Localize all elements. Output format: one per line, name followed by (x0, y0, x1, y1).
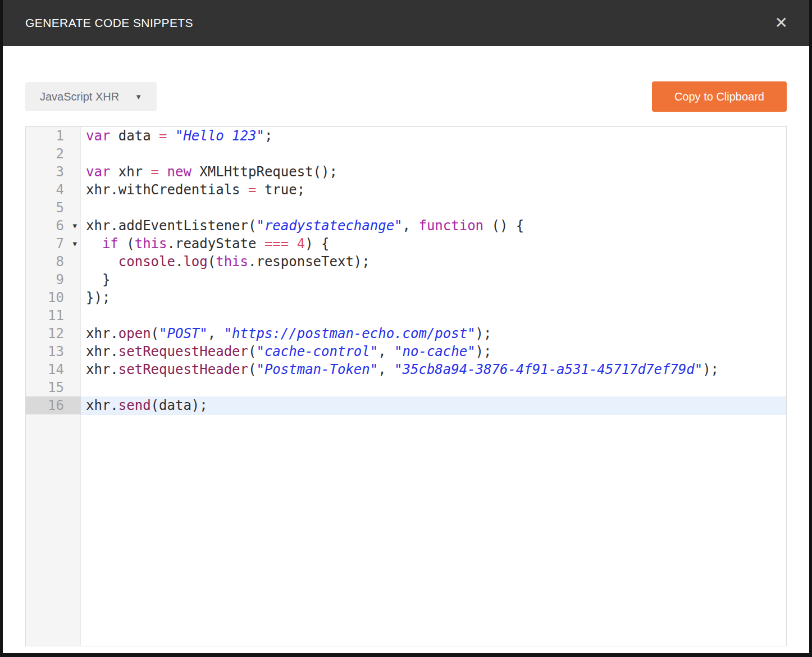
code-token: xhr. (86, 344, 118, 359)
code-token: .readyState (167, 236, 264, 252)
code-token: ; (264, 128, 272, 144)
code-token: , (403, 218, 419, 234)
line-number: 14 (26, 361, 81, 378)
code-line[interactable]: 14xhr.setRequestHeader("Postman-Token", … (26, 361, 786, 378)
code-token: , (378, 344, 394, 359)
code-token: xhr (110, 164, 150, 180)
fold-arrow-icon[interactable]: ▾ (72, 235, 77, 253)
line-number: 11 (26, 307, 81, 325)
line-number-text: 5 (56, 200, 64, 216)
line-number: 16 (26, 396, 81, 414)
line-number-text: 13 (48, 344, 64, 359)
code-token: .responseText); (248, 254, 370, 270)
close-icon[interactable]: ✕ (775, 15, 788, 31)
code-token: ( (248, 344, 256, 359)
code-line-content: xhr.setRequestHeader("Postman-Token", "3… (81, 361, 786, 378)
code-token: = (151, 164, 159, 180)
code-line[interactable]: 3var xhr = new XMLHttpRequest(); (26, 163, 786, 181)
code-line-content: xhr.addEventListener("readystatechange",… (81, 217, 786, 235)
code-token: this (216, 254, 248, 270)
code-token: setRequestHeader (118, 344, 248, 359)
language-selector-value: JavaScript XHR (40, 90, 119, 103)
code-token: xhr.withCredentials (86, 182, 248, 198)
dialog-header: GENERATE CODE SNIPPETS ✕ (3, 0, 809, 46)
code-line[interactable]: 10}); (26, 289, 786, 307)
code-token: new (167, 164, 191, 180)
code-token: === (264, 236, 289, 252)
code-line-content: if (this.readyState === 4) { (81, 235, 786, 253)
line-number-text: 6 (56, 218, 64, 234)
code-line-content (81, 145, 786, 163)
code-line-content: var data = "Hello 123"; (81, 127, 786, 145)
code-line[interactable]: 15 (26, 378, 786, 396)
code-line[interactable]: 6▾xhr.addEventListener("readystatechange… (26, 217, 786, 235)
code-token: "no-cache" (394, 344, 476, 359)
line-number-text: 14 (48, 362, 64, 377)
code-token (159, 164, 167, 180)
line-number: 4 (26, 181, 81, 199)
line-number: 7▾ (26, 235, 81, 253)
toolbar: JavaScript XHR ▼ Copy to Clipboard (25, 81, 787, 112)
code-line[interactable]: 12xhr.open("POST", "https://postman-echo… (26, 325, 786, 343)
code-line[interactable]: 4xhr.withCredentials = true; (26, 181, 786, 199)
code-line[interactable]: 1var data = "Hello 123"; (26, 127, 786, 145)
code-token: log (183, 254, 207, 270)
code-token: if (102, 236, 118, 252)
line-number-text: 9 (56, 272, 64, 288)
generate-code-snippets-dialog: GENERATE CODE SNIPPETS ✕ JavaScript XHR … (3, 0, 809, 653)
code-editor[interactable]: 1var data = "Hello 123";23var xhr = new … (25, 126, 787, 646)
line-number-text: 2 (56, 146, 64, 162)
dialog-title: GENERATE CODE SNIPPETS (25, 16, 193, 30)
code-line[interactable]: 8 console.log(this.responseText); (26, 253, 786, 271)
code-token: data (110, 128, 159, 144)
code-token: (data); (151, 398, 208, 413)
code-token: ); (476, 344, 492, 359)
code-lines: 1var data = "Hello 123";23var xhr = new … (26, 127, 786, 414)
code-token: "Hello 123" (175, 128, 264, 144)
code-token (289, 236, 296, 252)
code-line-content: xhr.withCredentials = true; (81, 181, 786, 199)
code-token: true; (256, 182, 305, 198)
line-number-text: 12 (48, 326, 64, 341)
code-token: } (86, 272, 110, 288)
code-token: ) { (305, 236, 329, 252)
code-token: () { (483, 218, 524, 234)
fold-arrow-icon[interactable]: ▾ (72, 217, 77, 235)
copy-to-clipboard-button[interactable]: Copy to Clipboard (652, 81, 787, 112)
code-token: = (159, 128, 167, 144)
code-line-content: var xhr = new XMLHttpRequest(); (81, 163, 786, 181)
code-line[interactable]: 9 } (26, 271, 786, 289)
chevron-down-icon: ▼ (135, 93, 142, 101)
code-line[interactable]: 13xhr.setRequestHeader("cache-control", … (26, 343, 786, 361)
code-line[interactable]: 5 (26, 199, 786, 217)
code-line[interactable]: 11 (26, 307, 786, 325)
code-token: . (175, 254, 183, 270)
code-line[interactable]: 7▾ if (this.readyState === 4) { (26, 235, 786, 253)
line-number: 10 (26, 289, 81, 307)
line-number: 9 (26, 271, 81, 289)
code-token: "cache-control" (256, 344, 378, 359)
code-token: xhr. (86, 362, 118, 377)
line-number-text: 8 (56, 254, 64, 270)
code-line[interactable]: 2 (26, 145, 786, 163)
code-line[interactable]: 16xhr.send(data); (26, 396, 786, 414)
line-number-text: 10 (48, 290, 64, 305)
code-line-content: }); (81, 289, 786, 307)
line-number: 15 (26, 378, 81, 396)
code-token: console (118, 254, 175, 270)
code-line-content: xhr.send(data); (81, 396, 786, 414)
code-token: setRequestHeader (118, 362, 248, 377)
code-token: function (418, 218, 483, 234)
code-line-content (81, 199, 786, 217)
code-line-content: console.log(this.responseText); (81, 253, 786, 271)
language-selector[interactable]: JavaScript XHR ▼ (25, 82, 157, 111)
code-token: XMLHttpRequest(); (191, 164, 337, 180)
code-line-content: xhr.setRequestHeader("cache-control", "n… (81, 343, 786, 361)
line-number-text: 15 (48, 380, 64, 395)
dialog-body: JavaScript XHR ▼ Copy to Clipboard 1var … (3, 46, 809, 653)
code-token: "Postman-Token" (256, 362, 378, 377)
code-token: ); (702, 362, 719, 377)
code-token: var (86, 164, 110, 180)
code-line-content: xhr.open("POST", "https://postman-echo.c… (81, 325, 786, 343)
line-number: 13 (26, 343, 81, 361)
